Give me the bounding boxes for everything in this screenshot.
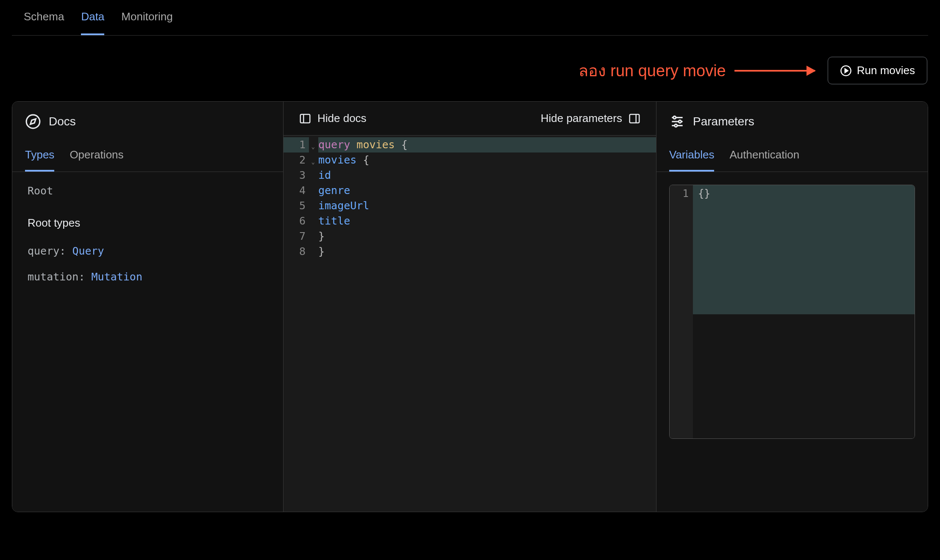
- docs-tabs: TypesOperations: [12, 138, 283, 172]
- line-number: 1⌄: [284, 137, 309, 152]
- line-number: 4: [284, 183, 309, 198]
- top-tab-monitoring[interactable]: Monitoring: [121, 10, 172, 35]
- svg-point-13: [675, 124, 677, 127]
- svg-rect-6: [630, 114, 640, 123]
- hide-params-button[interactable]: Hide parameters: [541, 112, 641, 125]
- svg-point-12: [679, 120, 681, 123]
- fold-icon[interactable]: ⌄: [311, 154, 315, 169]
- code-line[interactable]: title: [318, 213, 656, 229]
- top-tabs: SchemaDataMonitoring: [12, 0, 928, 36]
- params-body: 1 {}: [656, 172, 928, 452]
- annotation-arrow: [734, 70, 815, 72]
- code-gutter: 1⌄2⌄345678: [284, 136, 309, 512]
- run-button-label: Run movies: [857, 64, 915, 77]
- annotation-text: ลอง run query movie: [578, 58, 726, 83]
- top-tab-schema[interactable]: Schema: [24, 10, 64, 35]
- code-line[interactable]: movies {: [318, 152, 656, 168]
- params-panel: Parameters VariablesAuthentication 1 {}: [656, 102, 928, 512]
- code-line[interactable]: }: [318, 244, 656, 259]
- params-title: Parameters: [693, 115, 754, 128]
- code-line[interactable]: imageUrl: [318, 198, 656, 213]
- svg-marker-1: [845, 69, 848, 72]
- compass-icon: [25, 114, 41, 130]
- line-number: 3: [284, 168, 309, 183]
- code-lines[interactable]: query movies { movies { id genre imageUr…: [309, 136, 656, 512]
- action-bar: ลอง run query movie Run movies: [0, 36, 940, 101]
- panel-left-icon: [299, 112, 311, 125]
- docs-title: Docs: [49, 115, 76, 128]
- line-number: 2⌄: [284, 152, 309, 168]
- docs-panel: Docs TypesOperations Root Root types que…: [12, 102, 284, 512]
- line-number: 8: [284, 244, 309, 259]
- code-line[interactable]: genre: [318, 183, 656, 198]
- code-line[interactable]: }: [318, 229, 656, 244]
- var-gutter: 1: [670, 185, 693, 438]
- code-editor[interactable]: 1⌄2⌄345678 query movies { movies { id ge…: [284, 136, 656, 512]
- line-number: 7: [284, 229, 309, 244]
- code-line[interactable]: id: [318, 168, 656, 183]
- run-button[interactable]: Run movies: [828, 57, 927, 84]
- var-empty-area[interactable]: [693, 314, 915, 438]
- svg-marker-3: [31, 119, 36, 125]
- params-tab-authentication[interactable]: Authentication: [729, 148, 799, 172]
- editor-toolbar: Hide docs Hide parameters: [284, 102, 656, 136]
- root-types-title: Root types: [28, 216, 268, 230]
- hide-params-label: Hide parameters: [541, 112, 622, 125]
- params-header: Parameters: [656, 102, 928, 138]
- docs-tab-operations[interactable]: Operations: [70, 148, 123, 172]
- docs-tab-types[interactable]: Types: [25, 148, 54, 172]
- line-number: 6: [284, 213, 309, 229]
- fold-icon[interactable]: ⌄: [311, 139, 315, 154]
- play-icon: [840, 65, 852, 77]
- hide-docs-label: Hide docs: [317, 112, 367, 125]
- docs-body: Root Root types query: Querymutation: Mu…: [12, 172, 283, 309]
- line-number: 5: [284, 198, 309, 213]
- svg-point-11: [673, 116, 676, 119]
- var-line-number: 1: [670, 188, 689, 200]
- params-tabs: VariablesAuthentication: [656, 138, 928, 172]
- code-line[interactable]: query movies {: [318, 137, 656, 152]
- panel-right-icon: [628, 112, 641, 125]
- sliders-icon: [669, 114, 685, 130]
- params-tab-variables[interactable]: Variables: [669, 148, 714, 172]
- docs-header: Docs: [12, 102, 283, 138]
- type-row-mutation[interactable]: mutation: Mutation: [28, 271, 268, 283]
- top-tab-data[interactable]: Data: [81, 10, 104, 35]
- svg-point-2: [26, 115, 40, 128]
- hide-docs-button[interactable]: Hide docs: [299, 112, 367, 125]
- root-label: Root: [28, 185, 268, 197]
- variables-editor[interactable]: 1 {}: [669, 185, 915, 439]
- svg-rect-4: [300, 114, 310, 123]
- var-content[interactable]: {}: [693, 185, 915, 314]
- type-row-query[interactable]: query: Query: [28, 245, 268, 257]
- editor-panel: Hide docs Hide parameters 1⌄2⌄345678 que…: [284, 102, 656, 512]
- main-panel: Docs TypesOperations Root Root types que…: [12, 101, 928, 512]
